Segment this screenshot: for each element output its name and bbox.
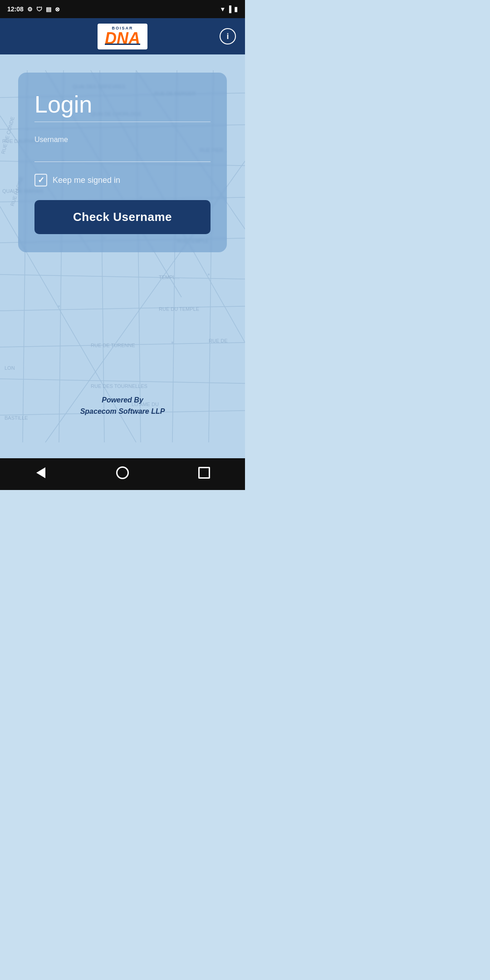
wifi-icon: ▾ [221, 5, 224, 13]
svg-rect-26 [208, 274, 210, 275]
status-left: 12:08 ⚙ 🛡 ▤ ⊗ [7, 5, 60, 13]
info-button[interactable]: i [220, 28, 236, 44]
back-button[interactable] [29, 463, 52, 485]
at-icon: ⊗ [55, 6, 60, 13]
recents-icon [198, 467, 210, 481]
svg-line-8 [0, 379, 245, 383]
keep-signed-in-checkbox[interactable]: ✓ [34, 174, 47, 186]
recents-button[interactable] [193, 463, 216, 485]
svg-text:TEMPL...: TEMPL... [159, 274, 180, 280]
username-input[interactable] [34, 147, 211, 162]
app-logo: BOISAR DNA [98, 24, 147, 49]
sim-icon: ▤ [46, 6, 51, 13]
login-card: Login Username ✓ Keep me signed in Check… [18, 73, 227, 252]
svg-text:RUE DES TOURNELLES: RUE DES TOURNELLES [91, 383, 147, 389]
svg-text:LON: LON [5, 365, 15, 371]
footer-line1: Powered By [0, 394, 245, 406]
svg-text:RUE DU TEMPLE: RUE DU TEMPLE [159, 306, 199, 312]
svg-rect-27 [58, 305, 60, 307]
footer: Powered By Spacecom Software LLP [0, 394, 245, 417]
footer-line2: Spacecom Software LLP [0, 406, 245, 417]
svg-text:RUE DE: RUE DE [209, 338, 228, 343]
app-header: BOISAR DNA i [0, 18, 245, 54]
checkmark-icon: ✓ [38, 175, 44, 185]
username-label: Username [34, 136, 211, 144]
home-icon [116, 466, 129, 482]
login-title: Login [34, 91, 211, 118]
shield-icon: 🛡 [36, 6, 42, 13]
svg-text:RUE DE TURENNE: RUE DE TURENNE [91, 343, 135, 348]
signal-icon: ▐ [227, 5, 231, 13]
keep-signed-in-row[interactable]: ✓ Keep me signed in [34, 174, 211, 186]
logo-dna-text: DNA [105, 30, 140, 47]
svg-line-6 [0, 306, 245, 311]
home-button[interactable] [111, 463, 134, 485]
battery-icon: ▮ [234, 5, 238, 13]
status-time: 12:08 [7, 5, 24, 13]
nav-bar [0, 458, 245, 490]
map-background: RUE DE CONDE RUE RACINE RUE DAUPHINE QUA… [0, 54, 245, 458]
status-bar: 12:08 ⚙ 🛡 ▤ ⊗ ▾ ▐ ▮ [0, 0, 245, 18]
login-divider [34, 122, 211, 122]
back-icon [36, 467, 45, 481]
settings-icon: ⚙ [27, 6, 33, 13]
check-username-button[interactable]: Check Username [34, 200, 211, 234]
keep-signed-in-label: Keep me signed in [53, 176, 120, 185]
svg-rect-28 [172, 342, 173, 343]
status-right: ▾ ▐ ▮ [221, 5, 238, 13]
